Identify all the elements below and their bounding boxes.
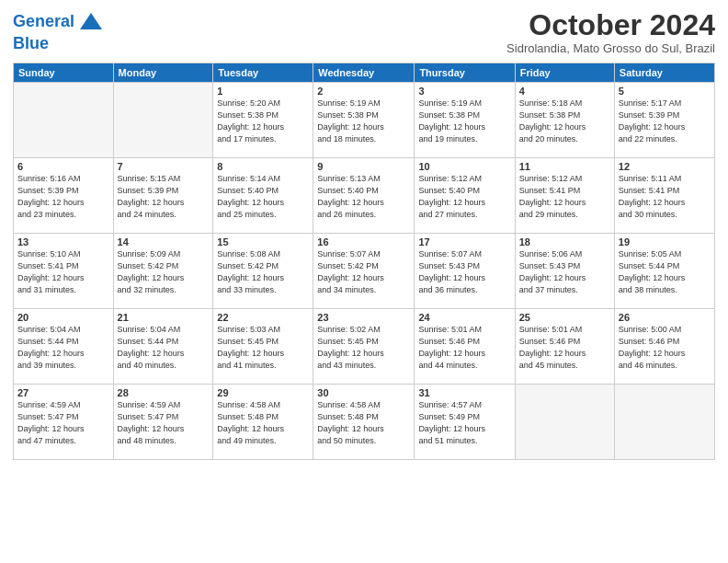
calendar-cell: 12Sunrise: 5:11 AM Sunset: 5:41 PM Dayli… [614,158,714,234]
calendar-cell: 19Sunrise: 5:05 AM Sunset: 5:44 PM Dayli… [614,234,714,309]
calendar-cell: 5Sunrise: 5:17 AM Sunset: 5:39 PM Daylig… [614,83,714,158]
day-number: 19 [619,236,711,247]
day-info: Sunrise: 5:19 AM Sunset: 5:38 PM Dayligh… [317,98,410,145]
day-number: 24 [418,312,510,323]
day-number: 20 [17,312,109,323]
calendar-cell: 13Sunrise: 5:10 AM Sunset: 5:41 PM Dayli… [14,234,114,309]
day-number: 27 [17,387,109,398]
day-number: 26 [619,312,711,323]
subtitle: Sidrolandia, Mato Grosso do Sul, Brazil [506,41,715,55]
day-number: 1 [217,86,309,97]
day-number: 13 [17,236,109,247]
calendar-cell: 11Sunrise: 5:12 AM Sunset: 5:41 PM Dayli… [515,158,614,234]
day-info: Sunrise: 5:03 AM Sunset: 5:45 PM Dayligh… [217,324,309,372]
day-info: Sunrise: 5:07 AM Sunset: 5:43 PM Dayligh… [418,248,510,296]
day-info: Sunrise: 5:17 AM Sunset: 5:39 PM Dayligh… [619,98,711,145]
day-info: Sunrise: 5:05 AM Sunset: 5:44 PM Dayligh… [619,248,711,296]
calendar-cell: 28Sunrise: 4:59 AM Sunset: 5:47 PM Dayli… [113,385,213,460]
week-row-3: 13Sunrise: 5:10 AM Sunset: 5:41 PM Dayli… [14,234,715,309]
day-number: 11 [519,161,610,172]
calendar-cell: 27Sunrise: 4:59 AM Sunset: 5:47 PM Dayli… [14,385,114,460]
day-number: 8 [217,161,309,172]
day-info: Sunrise: 5:10 AM Sunset: 5:41 PM Dayligh… [17,248,109,296]
calendar-cell [113,83,213,158]
day-info: Sunrise: 5:07 AM Sunset: 5:42 PM Dayligh… [317,248,410,296]
calendar-cell: 15Sunrise: 5:08 AM Sunset: 5:42 PM Dayli… [213,234,313,309]
header: General Blue October 2024 Sidrolandia, M… [13,9,715,55]
day-info: Sunrise: 5:00 AM Sunset: 5:46 PM Dayligh… [619,324,711,372]
day-info: Sunrise: 4:59 AM Sunset: 5:47 PM Dayligh… [17,399,109,447]
day-info: Sunrise: 5:20 AM Sunset: 5:38 PM Dayligh… [217,98,309,145]
day-number: 30 [317,387,410,398]
day-info: Sunrise: 5:06 AM Sunset: 5:43 PM Dayligh… [519,248,610,296]
day-number: 4 [519,86,610,97]
month-title: October 2024 [506,9,715,41]
week-row-1: 1Sunrise: 5:20 AM Sunset: 5:38 PM Daylig… [14,83,715,158]
day-info: Sunrise: 5:01 AM Sunset: 5:46 PM Dayligh… [519,324,610,372]
logo-icon [78,9,104,35]
calendar-cell: 29Sunrise: 4:58 AM Sunset: 5:48 PM Dayli… [213,385,313,460]
calendar-cell: 9Sunrise: 5:13 AM Sunset: 5:40 PM Daylig… [313,158,415,234]
day-number: 5 [619,86,711,97]
col-header-tuesday: Tuesday [213,63,313,83]
day-info: Sunrise: 4:58 AM Sunset: 5:48 PM Dayligh… [317,399,410,447]
day-info: Sunrise: 5:18 AM Sunset: 5:38 PM Dayligh… [519,98,610,145]
calendar-cell: 3Sunrise: 5:19 AM Sunset: 5:38 PM Daylig… [415,83,515,158]
calendar-cell: 21Sunrise: 5:04 AM Sunset: 5:44 PM Dayli… [113,309,213,385]
day-info: Sunrise: 5:19 AM Sunset: 5:38 PM Dayligh… [418,98,510,145]
calendar-cell: 6Sunrise: 5:16 AM Sunset: 5:39 PM Daylig… [14,158,114,234]
day-info: Sunrise: 5:12 AM Sunset: 5:41 PM Dayligh… [519,173,610,221]
logo-blue: Blue [13,35,104,53]
page: General Blue October 2024 Sidrolandia, M… [0,0,728,563]
day-number: 12 [619,161,711,172]
day-number: 22 [217,312,309,323]
day-number: 21 [118,312,210,323]
calendar-cell: 1Sunrise: 5:20 AM Sunset: 5:38 PM Daylig… [213,83,313,158]
week-row-2: 6Sunrise: 5:16 AM Sunset: 5:39 PM Daylig… [14,158,715,234]
calendar-cell: 17Sunrise: 5:07 AM Sunset: 5:43 PM Dayli… [415,234,515,309]
calendar-cell: 31Sunrise: 4:57 AM Sunset: 5:49 PM Dayli… [415,385,515,460]
day-number: 9 [317,161,410,172]
day-number: 17 [418,236,510,247]
calendar-cell [14,83,114,158]
calendar-cell: 2Sunrise: 5:19 AM Sunset: 5:38 PM Daylig… [313,83,415,158]
week-row-4: 20Sunrise: 5:04 AM Sunset: 5:44 PM Dayli… [14,309,715,385]
col-header-saturday: Saturday [614,63,714,83]
day-info: Sunrise: 4:58 AM Sunset: 5:48 PM Dayligh… [217,399,309,447]
day-info: Sunrise: 5:08 AM Sunset: 5:42 PM Dayligh… [217,248,309,296]
day-number: 15 [217,236,309,247]
calendar-cell: 22Sunrise: 5:03 AM Sunset: 5:45 PM Dayli… [213,309,313,385]
day-info: Sunrise: 5:12 AM Sunset: 5:40 PM Dayligh… [418,173,510,221]
calendar-table: SundayMondayTuesdayWednesdayThursdayFrid… [13,63,715,460]
calendar-cell: 7Sunrise: 5:15 AM Sunset: 5:39 PM Daylig… [113,158,213,234]
calendar-cell: 23Sunrise: 5:02 AM Sunset: 5:45 PM Dayli… [313,309,415,385]
calendar-cell: 20Sunrise: 5:04 AM Sunset: 5:44 PM Dayli… [14,309,114,385]
day-info: Sunrise: 5:16 AM Sunset: 5:39 PM Dayligh… [17,173,109,221]
calendar-cell: 24Sunrise: 5:01 AM Sunset: 5:46 PM Dayli… [415,309,515,385]
calendar-cell: 30Sunrise: 4:58 AM Sunset: 5:48 PM Dayli… [313,385,415,460]
calendar-header-row: SundayMondayTuesdayWednesdayThursdayFrid… [14,63,715,83]
day-info: Sunrise: 5:04 AM Sunset: 5:44 PM Dayligh… [118,324,210,372]
day-number: 28 [118,387,210,398]
calendar-cell: 18Sunrise: 5:06 AM Sunset: 5:43 PM Dayli… [515,234,614,309]
col-header-thursday: Thursday [415,63,515,83]
day-number: 25 [519,312,610,323]
day-info: Sunrise: 4:57 AM Sunset: 5:49 PM Dayligh… [418,399,510,447]
day-number: 6 [17,161,109,172]
day-number: 18 [519,236,610,247]
day-number: 7 [118,161,210,172]
calendar-cell: 4Sunrise: 5:18 AM Sunset: 5:38 PM Daylig… [515,83,614,158]
calendar-cell: 25Sunrise: 5:01 AM Sunset: 5:46 PM Dayli… [515,309,614,385]
day-number: 31 [418,387,510,398]
day-number: 29 [217,387,309,398]
day-number: 2 [317,86,410,97]
logo-text: General [13,13,74,31]
day-info: Sunrise: 5:01 AM Sunset: 5:46 PM Dayligh… [418,324,510,372]
calendar-cell: 8Sunrise: 5:14 AM Sunset: 5:40 PM Daylig… [213,158,313,234]
calendar-cell: 10Sunrise: 5:12 AM Sunset: 5:40 PM Dayli… [415,158,515,234]
calendar-cell: 16Sunrise: 5:07 AM Sunset: 5:42 PM Dayli… [313,234,415,309]
col-header-sunday: Sunday [14,63,114,83]
col-header-wednesday: Wednesday [313,63,415,83]
day-info: Sunrise: 5:04 AM Sunset: 5:44 PM Dayligh… [17,324,109,372]
col-header-friday: Friday [515,63,614,83]
